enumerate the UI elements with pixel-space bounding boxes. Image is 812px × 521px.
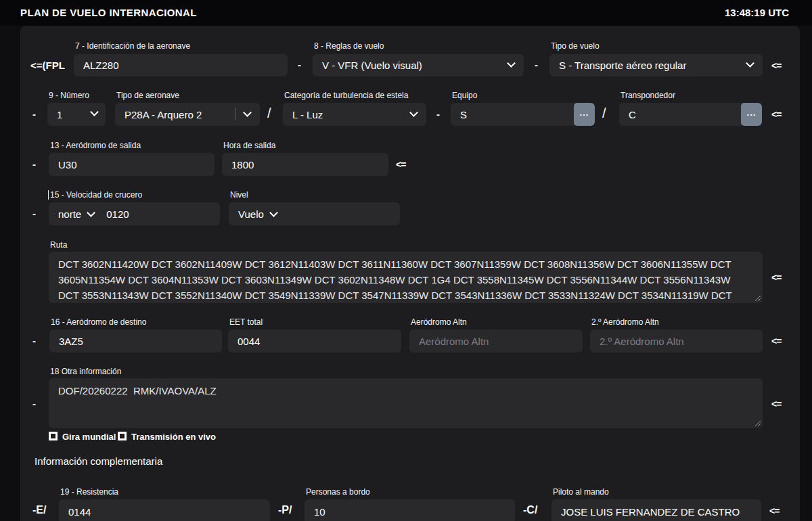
transponder-field: ...	[619, 103, 762, 126]
wake-turbulence-value: L - Luz	[292, 109, 323, 120]
endurance-prefix-marker: -E/	[32, 504, 46, 516]
arrow-marker: <=	[771, 109, 781, 120]
chevron-down-icon	[507, 59, 516, 68]
route-textarea[interactable]: DCT 3602N11420W DCT 3602N11409W DCT 3612…	[49, 252, 763, 303]
flight-rules-label: 8 - Reglas de vuelo	[314, 41, 384, 51]
aircraft-type-label: Tipo de aeronave	[116, 91, 179, 100]
speed-unit-select[interactable]: norte	[58, 208, 81, 220]
chevron-down-icon	[243, 108, 252, 117]
arrow-marker: <=	[769, 505, 779, 516]
chevron-down-icon	[269, 208, 278, 217]
flight-rules-select[interactable]: V - VFR (Vuelo visual)	[313, 54, 524, 76]
flight-rules-value: V - VFR (Vuelo visual)	[322, 60, 422, 71]
chevron-down-icon	[746, 59, 754, 68]
eet-total-label: EET total	[229, 317, 263, 327]
page-title: PLAN DE VUELO INTERNACIONAL	[20, 7, 197, 18]
other-info-textarea[interactable]: DOF/20260222 RMK/IVAOVA/ALZ	[49, 378, 763, 428]
pilot-in-command-label: Piloto al mando	[553, 487, 609, 497]
altn2-aerodrome-label: 2.º Aeródromo Altn	[591, 317, 659, 327]
endurance-label: 19 - Resistencia	[60, 487, 118, 497]
equipment-label: Equipo	[452, 91, 477, 100]
transponder-more-button[interactable]: ...	[741, 103, 762, 126]
aircraft-id-label: 7 - Identificación de la aeronave	[75, 41, 190, 51]
persons-on-board-input[interactable]	[304, 499, 515, 521]
text-cursor	[48, 190, 49, 200]
dash-marker: -	[436, 108, 440, 120]
dash-marker: -	[535, 59, 538, 70]
number-value: 1	[57, 109, 62, 120]
cruise-speed-group: norte 0120	[49, 202, 220, 225]
destination-aerodrome-input[interactable]	[49, 330, 222, 353]
combo-divider	[235, 108, 235, 120]
route-label: Ruta	[50, 240, 67, 250]
live-stream-label: Transmisión en vivo	[131, 432, 216, 442]
world-tour-label: Gira mundial	[62, 432, 116, 442]
level-label: Nivel	[230, 190, 248, 200]
equipment-input[interactable]	[451, 103, 572, 126]
supplementary-section-heading: Información complementaria	[35, 455, 162, 467]
altn-aerodrome-input[interactable]	[409, 330, 583, 353]
world-tour-checkbox[interactable]	[49, 432, 58, 440]
other-info-label: 18 Otra información	[50, 367, 121, 376]
number-select[interactable]: 1	[47, 103, 106, 126]
altn-aerodrome-label: Aeródromo Altn	[411, 317, 467, 327]
fpl-open-marker: <=(FPL	[30, 60, 65, 71]
level-select[interactable]: Vuelo	[238, 208, 264, 220]
persons-on-board-label: Personas a bordo	[306, 487, 370, 497]
pic-prefix-marker: -C/	[523, 504, 537, 516]
departure-aerodrome-input[interactable]	[49, 153, 215, 176]
transponder-label: Transpondedor	[621, 91, 675, 100]
utc-clock: 13:48:19 UTC	[725, 7, 789, 18]
equipment-field: ...	[451, 103, 595, 126]
altn2-aerodrome-input[interactable]	[590, 330, 763, 353]
flight-type-value: S - Transporte aéreo regular	[559, 60, 686, 71]
arrow-marker: <=	[771, 60, 781, 71]
arrow-marker: <=	[396, 159, 405, 170]
dash-marker: -	[32, 208, 36, 219]
aircraft-type-combo[interactable]: P28A - Arquero 2	[115, 103, 260, 126]
chevron-down-icon	[90, 108, 99, 116]
arrow-marker: <=	[771, 272, 781, 283]
flight-type-select[interactable]: S - Transporte aéreo regular	[549, 54, 763, 76]
wake-turbulence-label: Categoría de turbulencia de estela	[284, 91, 408, 100]
persons-prefix-marker: -P/	[278, 504, 292, 516]
slash-marker: /	[267, 106, 271, 121]
eet-total-input[interactable]	[228, 330, 401, 353]
number-label: 9 - Número	[49, 91, 89, 100]
live-stream-checkbox[interactable]	[118, 432, 127, 440]
aircraft-id-input[interactable]	[74, 54, 288, 76]
arrow-marker: <=	[771, 399, 781, 409]
transponder-input[interactable]	[619, 103, 740, 126]
flight-type-label: Tipo de vuelo	[551, 41, 600, 51]
dash-marker: -	[32, 158, 36, 170]
endurance-input[interactable]	[59, 499, 270, 521]
pilot-in-command-input[interactable]	[551, 499, 761, 521]
chevron-down-icon	[87, 208, 95, 217]
wake-turbulence-select[interactable]: L - Luz	[283, 103, 426, 126]
dash-marker: -	[32, 398, 36, 409]
flight-plan-page: { "header": { "title": "PLAN DE VUELO IN…	[0, 0, 812, 521]
slash-marker: /	[602, 106, 606, 121]
chevron-down-icon	[409, 108, 418, 117]
dash-marker: -	[32, 335, 36, 346]
departure-time-label: Hora de salida	[223, 141, 275, 150]
dash-marker: -	[32, 108, 36, 120]
arrow-marker: <=	[771, 336, 781, 346]
cruise-speed-label: 15 - Velocidad de crucero	[50, 190, 142, 200]
aircraft-type-value: P28A - Arquero 2	[125, 109, 202, 120]
equipment-more-button[interactable]: ...	[574, 103, 595, 126]
departure-time-input[interactable]	[222, 153, 388, 176]
dash-marker: -	[298, 59, 301, 70]
level-group: Vuelo	[229, 202, 400, 225]
cruise-speed-value[interactable]: 0120	[106, 208, 129, 220]
departure-aerodrome-label: 13 - Aeródromo de salida	[50, 141, 141, 150]
destination-aerodrome-label: 16 - Aeródromo de destino	[51, 317, 146, 327]
